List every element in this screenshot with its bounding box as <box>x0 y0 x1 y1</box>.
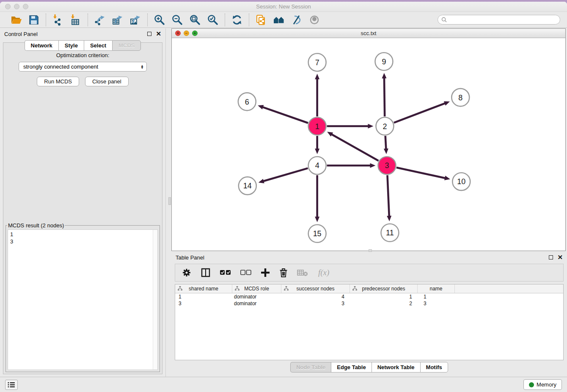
network-window-titlebar[interactable]: × − + scc.txt <box>172 29 565 38</box>
table-panel-float-icon[interactable] <box>549 255 553 259</box>
tab-node-table[interactable]: Node Table <box>290 362 331 373</box>
edge-3-10[interactable] <box>396 168 446 178</box>
destroy-table-icon[interactable] <box>297 269 308 276</box>
table-cell: 2 <box>350 300 418 307</box>
duplicate-network-icon[interactable] <box>255 14 267 26</box>
control-panel-header: Control Panel ✕ <box>0 28 165 39</box>
node-label-15: 15 <box>313 229 322 238</box>
right-area: × − + scc.txt 7968124314101511 Table Pan… <box>166 28 567 377</box>
edge-2-3[interactable] <box>385 136 386 149</box>
column-header-shared-name[interactable]: shared name <box>175 284 232 293</box>
network-zoom-button[interactable]: + <box>192 30 198 36</box>
table-panel-close-icon[interactable]: ✕ <box>557 255 563 259</box>
table-panel-header: Table Panel ✕ <box>171 252 567 263</box>
node-label-7: 7 <box>315 58 319 67</box>
tab-select[interactable]: Select <box>84 40 112 51</box>
edge-arrowhead <box>444 176 450 180</box>
control-panel-close-icon[interactable]: ✕ <box>156 32 161 36</box>
network-view-window: × − + scc.txt 7968124314101511 <box>171 28 566 251</box>
edge-3-1[interactable] <box>331 134 379 161</box>
close-panel-button[interactable]: Close panel <box>85 77 129 86</box>
network-canvas[interactable]: 7968124314101511 <box>172 38 565 251</box>
gal-home-icon[interactable] <box>273 14 285 26</box>
network-window-title: scc.txt <box>172 29 565 38</box>
edge-2-9[interactable] <box>384 77 385 116</box>
table-tabs: Node TableEdge TableNetwork TableMotifs <box>171 362 567 373</box>
node-label-1: 1 <box>315 122 319 131</box>
import-table-icon[interactable] <box>70 14 82 26</box>
network-close-button[interactable]: × <box>175 30 181 36</box>
tab-edge-table[interactable]: Edge Table <box>331 362 371 373</box>
column-header-successor-nodes[interactable]: successor nodes <box>281 284 350 293</box>
edge-arrowhead <box>368 124 374 129</box>
hide-graphics-details-icon[interactable] <box>291 14 303 26</box>
edge-arrowhead <box>384 149 388 154</box>
title-bar: Session: New Session <box>0 2 567 12</box>
table-cell: dominator <box>232 300 281 307</box>
search-box[interactable] <box>438 15 560 25</box>
tab-motifs[interactable]: Motifs <box>420 362 448 373</box>
splitter-grip-left[interactable] <box>168 197 171 205</box>
column-header-MCDS-role[interactable]: MCDS role <box>232 284 281 293</box>
open-session-icon[interactable] <box>10 14 22 26</box>
control-panel-float-icon[interactable] <box>147 32 151 36</box>
node-table[interactable]: shared nameMCDS rolesuccessor nodesprede… <box>175 284 564 360</box>
tab-network[interactable]: Network <box>25 40 58 51</box>
control-panel: Control Panel ✕ NetworkStyleSelectMCDS O… <box>0 28 166 377</box>
column-header-name[interactable]: name <box>418 284 455 293</box>
delete-column-icon[interactable] <box>279 268 288 278</box>
edge-arrowhead <box>444 101 450 105</box>
table-header-row: shared nameMCDS rolesuccessor nodesprede… <box>175 284 563 293</box>
edge-1-6[interactable] <box>262 107 308 123</box>
close-window-button[interactable] <box>5 4 11 9</box>
tab-mcds[interactable]: MCDS <box>112 40 141 51</box>
deselect-all-columns-icon[interactable] <box>240 270 251 276</box>
table-toolbar: f(x) <box>175 264 564 282</box>
criterion-dropdown[interactable]: strongly connected component ▲▼ <box>19 62 147 72</box>
show-details-eye-icon[interactable] <box>308 14 320 26</box>
mcds-result-list[interactable]: 13 <box>8 229 158 370</box>
table-cell: 3 <box>418 300 455 307</box>
fit-content-icon[interactable] <box>189 14 201 26</box>
select-all-columns-icon[interactable] <box>220 270 231 276</box>
result-scrollbar[interactable] <box>153 230 157 370</box>
maximize-window-button[interactable] <box>23 4 28 9</box>
edge-3-11[interactable] <box>387 175 389 217</box>
export-table-icon[interactable] <box>112 14 124 26</box>
network-minimize-button[interactable]: − <box>184 30 189 36</box>
node-label-11: 11 <box>386 229 394 237</box>
table-row[interactable]: 1dominator411 <box>175 293 563 300</box>
zoom-out-icon[interactable] <box>171 14 183 26</box>
mcds-result-group: MCDS result (2 nodes) 13 <box>6 222 160 372</box>
edge-arrowhead <box>387 216 391 221</box>
table-row[interactable]: 3dominator323 <box>175 300 563 307</box>
memory-button[interactable]: Memory <box>523 379 562 390</box>
table-cell: dominator <box>232 293 281 300</box>
refresh-layout-icon[interactable] <box>231 14 243 26</box>
column-header-label: MCDS role <box>244 286 269 292</box>
table-settings-gear-icon[interactable] <box>182 268 191 277</box>
column-panel-icon[interactable] <box>201 268 211 278</box>
tab-network-table[interactable]: Network Table <box>372 362 420 373</box>
zoom-in-icon[interactable] <box>154 14 165 26</box>
table-cell: 1 <box>418 293 455 300</box>
edge-4-14[interactable] <box>263 168 308 181</box>
tab-style[interactable]: Style <box>58 40 84 51</box>
export-image-icon[interactable] <box>129 14 141 26</box>
mcds-result-title: MCDS result (2 nodes) <box>7 222 65 229</box>
function-builder-icon[interactable]: f(x) <box>317 267 332 278</box>
minimize-window-button[interactable] <box>14 4 19 9</box>
add-column-icon[interactable] <box>261 268 270 277</box>
column-header-label: shared name <box>189 286 218 292</box>
import-network-icon[interactable] <box>52 14 64 26</box>
table-panel-title: Table Panel <box>176 254 549 261</box>
zoom-selected-icon[interactable] <box>207 14 219 26</box>
edge-2-8[interactable] <box>394 103 446 123</box>
run-mcds-button[interactable]: Run MCDS <box>37 77 79 86</box>
export-network-icon[interactable] <box>94 14 106 26</box>
window-title: Session: New Session <box>0 2 567 12</box>
task-history-button[interactable] <box>5 380 18 390</box>
search-input[interactable] <box>449 17 556 23</box>
column-header-predecessor-nodes[interactable]: predecessor nodes <box>350 284 418 293</box>
save-session-icon[interactable] <box>28 14 40 26</box>
